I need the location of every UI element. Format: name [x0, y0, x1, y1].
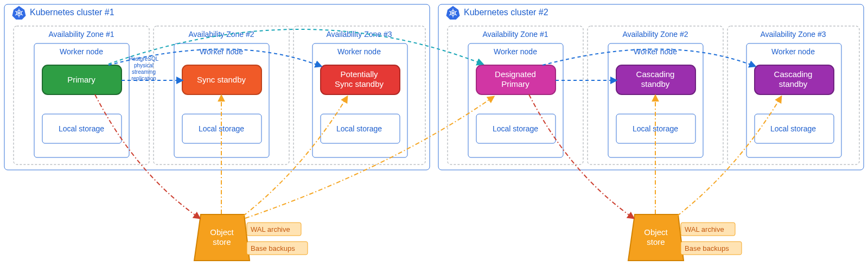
primary-node-label: Primary	[67, 75, 95, 84]
cs2-l1: Cascading	[774, 69, 813, 79]
cs1-l1: Cascading	[636, 69, 675, 79]
cluster-2-title: Kubernetes cluster #2	[464, 8, 548, 17]
c2-az3-title: Availability Zone #3	[760, 30, 826, 39]
kubernetes-icon	[12, 6, 26, 20]
psync-l1: Potentially	[340, 69, 378, 79]
arrow-primary-to-designated	[108, 29, 483, 64]
c1-az3-storage: Local storage	[336, 124, 382, 133]
arrow-objstore2-to-casc2	[677, 97, 781, 216]
c1-az1: Availability Zone #1 Worker node Primary…	[14, 26, 149, 165]
c1-az1-wn: Worker node	[60, 47, 103, 56]
cluster-1: Kubernetes cluster #1 Availability Zone …	[4, 4, 430, 170]
cluster-2: Kubernetes cluster #2 Availability Zone …	[438, 4, 864, 170]
kubernetes-icon	[446, 6, 460, 20]
c1-az3-wn: Worker node	[337, 47, 381, 56]
c1-az2-title: Availability Zone #2	[188, 30, 254, 39]
sync-standby-label: Sync standby	[197, 75, 246, 84]
c1-az3: Availability Zone #3 Worker node Potenti…	[293, 26, 425, 165]
arrow-designated-to-objstore2	[529, 94, 634, 218]
svg-text:replication: replication	[131, 75, 156, 81]
dp-l2: Primary	[501, 79, 529, 88]
svg-text:streaming: streaming	[132, 69, 156, 75]
c1-az2-wn: Worker node	[200, 47, 243, 56]
object-store-1: Object store WAL archive Base backups	[194, 214, 308, 261]
obj1-base: Base backups	[251, 244, 295, 252]
arrow-primary-to-objstore1	[95, 94, 200, 218]
cs1-l2: standby	[641, 79, 670, 88]
replication-annotation: PostgreSQL physical streaming replicatio…	[129, 56, 159, 81]
c2-az2-title: Availability Zone #2	[622, 30, 688, 39]
c2-az3-storage: Local storage	[770, 124, 816, 133]
c2-az1: Availability Zone #1 Worker node Designa…	[448, 26, 583, 165]
c2-az1-wn: Worker node	[494, 47, 537, 56]
svg-rect-10	[34, 43, 129, 157]
psync-l2: Sync standby	[335, 79, 384, 88]
svg-text:Object: Object	[644, 227, 668, 237]
obj2-base: Base backups	[685, 244, 729, 252]
svg-rect-16	[312, 43, 407, 157]
svg-rect-28	[468, 43, 563, 157]
obj1-wal: WAL archive	[251, 225, 290, 233]
svg-text:store: store	[647, 237, 665, 246]
svg-text:PostgreSQL: PostgreSQL	[129, 56, 159, 62]
svg-rect-13	[174, 43, 269, 157]
cs2-l2: standby	[779, 79, 808, 88]
svg-text:Object: Object	[210, 227, 234, 237]
c1-az3-title: Availability Zone #3	[326, 30, 392, 39]
cluster-1-title: Kubernetes cluster #1	[30, 8, 114, 17]
c1-az1-title: Availability Zone #1	[48, 30, 114, 39]
svg-rect-34	[746, 43, 841, 157]
c2-az1-storage: Local storage	[493, 124, 538, 133]
svg-text:store: store	[213, 237, 231, 246]
svg-text:physical: physical	[134, 62, 154, 68]
svg-rect-31	[608, 43, 703, 157]
c2-az3: Availability Zone #3 Worker node Cascadi…	[727, 26, 859, 165]
c2-az1-title: Availability Zone #1	[482, 30, 548, 39]
c2-az2-wn: Worker node	[634, 47, 677, 56]
object-store-2: Object store WAL archive Base backups	[628, 214, 742, 261]
c2-az3-wn: Worker node	[771, 47, 815, 56]
dp-l1: Designated	[495, 69, 536, 79]
c1-az1-storage: Local storage	[59, 124, 104, 133]
obj2-wal: WAL archive	[685, 225, 724, 233]
arrow-objstore1-to-psync	[243, 97, 347, 216]
